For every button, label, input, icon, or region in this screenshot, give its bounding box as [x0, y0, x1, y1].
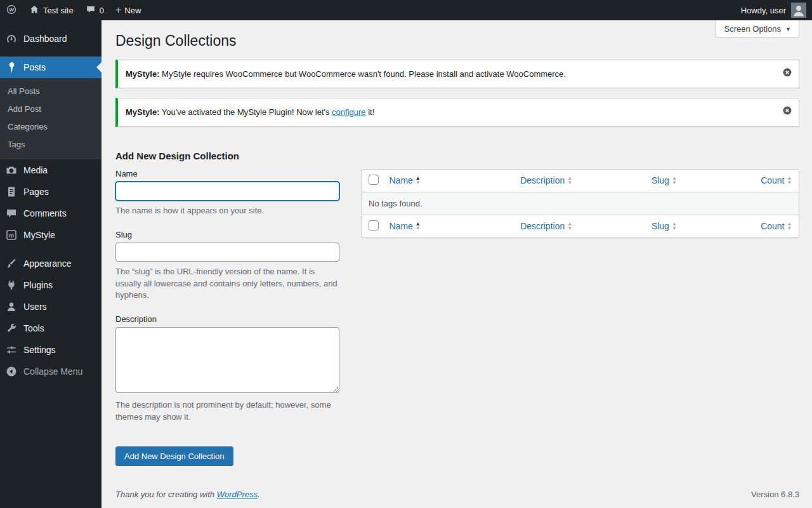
sort-desc-icon: ▼ — [787, 226, 792, 231]
name-label: Name — [115, 169, 339, 178]
footer-version: Version 6.8.3 — [751, 490, 799, 499]
sidebar-item-label: Dashboard — [23, 34, 67, 44]
sidebar-item-posts[interactable]: Posts — [0, 57, 102, 78]
name-help-text: The name is how it appears on your site. — [115, 205, 339, 217]
sidebar-item-settings[interactable]: Settings — [0, 339, 102, 361]
sidebar-item-label: Pages — [23, 187, 49, 197]
sidebar-item-label: Media — [23, 165, 48, 175]
collapse-menu-button[interactable]: Collapse Menu — [0, 361, 102, 382]
wordpress-logo-menu[interactable]: W — [0, 0, 23, 20]
sort-by-description[interactable]: Description▲▼ — [520, 175, 572, 185]
sort-desc-icon: ▼ — [787, 180, 792, 185]
select-all-checkbox[interactable] — [369, 220, 379, 231]
sort-by-slug[interactable]: Slug▲▼ — [652, 175, 677, 185]
add-collection-heading: Add New Design Collection — [115, 150, 799, 161]
submenu-item-categories[interactable]: Categories — [0, 118, 102, 136]
screen-options-button[interactable]: Screen Options ▼ — [716, 20, 799, 38]
sort-by-count[interactable]: Count▲▼ — [761, 175, 792, 185]
sort-by-description[interactable]: Description▲▼ — [520, 221, 572, 231]
pin-icon — [5, 61, 18, 74]
collapse-icon — [5, 365, 18, 378]
sidebar-item-mystyle[interactable]: m MyStyle — [0, 224, 102, 246]
settings-icon — [5, 344, 18, 356]
sidebar-item-label: Comments — [23, 208, 67, 218]
sidebar-item-comments[interactable]: Comments — [0, 203, 102, 224]
comment-bubble-icon — [85, 4, 96, 17]
sidebar-item-label: Tools — [23, 323, 44, 333]
wordpress-link[interactable]: WordPress — [217, 490, 258, 499]
plus-icon: + — [115, 5, 121, 15]
notice-label: MyStyle: — [126, 107, 159, 117]
name-input[interactable] — [115, 182, 339, 201]
appearance-icon — [5, 257, 18, 270]
menu-separator — [0, 50, 102, 57]
configure-link[interactable]: configure — [332, 107, 365, 117]
svg-text:W: W — [9, 6, 14, 12]
sidebar-item-label: Plugins — [23, 280, 53, 290]
dashboard-icon — [5, 32, 18, 45]
sidebar-item-users[interactable]: Users — [0, 296, 102, 318]
column-header-label: Description — [520, 221, 565, 231]
notice-text-after: it! — [368, 107, 374, 117]
notice-woocommerce-required: MyStyle: MyStyle requires WooCommerce bu… — [115, 60, 799, 89]
sidebar-item-pages[interactable]: Pages — [0, 181, 102, 203]
slug-help-text: The “slug” is the URL-friendly version o… — [115, 266, 339, 302]
column-header-label: Slug — [652, 221, 669, 231]
my-account-menu[interactable]: Howdy, user — [735, 0, 812, 20]
sidebar-item-plugins[interactable]: Plugins — [0, 274, 102, 296]
sort-by-name[interactable]: Name▲▼ — [390, 221, 421, 231]
site-name-menu[interactable]: Test site — [23, 0, 79, 20]
footer-thanks: Thank you for creating with WordPress. — [115, 490, 260, 499]
column-header-label: Slug — [652, 175, 669, 185]
wordpress-logo-icon: W — [6, 4, 17, 17]
sidebar-item-tools[interactable]: Tools — [0, 318, 102, 339]
add-collection-button[interactable]: Add New Design Collection — [115, 446, 233, 466]
slug-label: Slug — [115, 230, 339, 239]
howdy-text: Howdy, user — [741, 6, 786, 15]
new-label: New — [124, 6, 141, 15]
chevron-down-icon: ▼ — [785, 26, 791, 32]
comments-menu[interactable]: 0 — [79, 0, 110, 20]
mystyle-icon: m — [5, 229, 18, 241]
new-content-menu[interactable]: + New — [110, 0, 147, 20]
admin-footer: Thank you for creating with WordPress. V… — [115, 482, 799, 508]
sort-by-slug[interactable]: Slug▲▼ — [652, 221, 677, 231]
description-label: Description — [115, 314, 339, 324]
menu-separator — [0, 246, 102, 253]
page-title: Design Collections — [115, 32, 799, 51]
column-header-label: Count — [761, 175, 784, 185]
empty-message: No tags found. — [362, 192, 799, 215]
sidebar-item-media[interactable]: Media — [0, 159, 102, 181]
tools-icon — [5, 322, 18, 335]
submenu-item-add-post[interactable]: Add Post — [0, 100, 102, 118]
submenu-item-tags[interactable]: Tags — [0, 136, 102, 154]
sort-by-name[interactable]: Name▲▼ — [390, 175, 421, 185]
dismiss-notice-button[interactable] — [781, 104, 794, 117]
dismiss-icon — [782, 105, 792, 116]
sidebar-item-label: MyStyle — [23, 230, 55, 240]
sidebar-item-label: Users — [23, 302, 47, 312]
sort-desc-icon: ▼ — [567, 226, 572, 231]
description-textarea[interactable] — [115, 327, 339, 393]
sort-desc-icon: ▼ — [567, 180, 572, 185]
empty-table-row: No tags found. — [362, 192, 799, 215]
sidebar-item-appearance[interactable]: Appearance — [0, 253, 102, 274]
submenu-item-all-posts[interactable]: All Posts — [0, 83, 102, 100]
footer-thanks-period: . — [258, 490, 260, 499]
footer-thanks-text: Thank you for creating with — [115, 490, 214, 499]
table-footer-row: Name▲▼ Description▲▼ Slug▲▼ Count▲▼ — [362, 215, 799, 237]
slug-input[interactable] — [115, 243, 339, 262]
dismiss-notice-button[interactable] — [781, 66, 794, 79]
notice-label: MyStyle: — [126, 69, 159, 79]
posts-submenu: All Posts Add Post Categories Tags — [0, 78, 102, 159]
terms-table: Name▲▼ Description▲▼ Slug▲▼ Count▲▼ No t… — [362, 169, 799, 238]
sidebar-item-dashboard[interactable]: Dashboard — [0, 28, 102, 50]
sort-desc-icon: ▼ — [416, 226, 421, 231]
home-icon — [29, 4, 40, 17]
sort-by-count[interactable]: Count▲▼ — [761, 221, 792, 231]
pages-icon — [5, 185, 18, 198]
users-icon — [5, 300, 18, 313]
select-all-checkbox[interactable] — [369, 175, 379, 185]
add-term-form: Name The name is how it appears on your … — [115, 169, 339, 466]
sort-desc-icon: ▼ — [672, 180, 677, 185]
